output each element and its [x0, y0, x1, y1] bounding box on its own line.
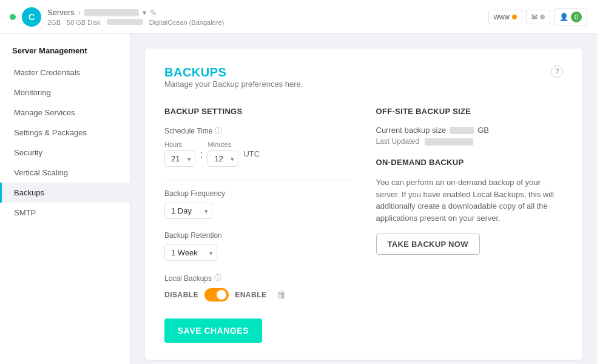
mail-nav-badge[interactable]: ✉	[526, 10, 550, 24]
backup-settings-label: BACKUP SETTINGS	[164, 107, 352, 116]
server-meta: 2GB 50 GB Disk DigitalOcean (Bangalore)	[47, 19, 224, 26]
www-dot	[512, 15, 517, 19]
two-col-layout: BACKUP SETTINGS Schedule Time ⓘ Hours	[164, 107, 563, 343]
page-title-area: BACKUPS Manage your Backup preferences h…	[164, 66, 303, 103]
sidebar: Server Management Master Credentials Mon…	[0, 34, 130, 364]
backup-frequency-field: Backup Frequency 1 Day2 Days3 DaysWeekly	[164, 189, 352, 219]
schedule-time-field: Schedule Time ⓘ Hours 012345678910111213…	[164, 126, 352, 167]
mail-icon: ✉	[531, 13, 538, 21]
on-demand-backup-label: ON-DEMAND BACKUP	[376, 158, 564, 167]
save-changes-button[interactable]: SAVE CHANGES	[164, 318, 262, 343]
take-backup-now-button[interactable]: TAKE BACKUP NOW	[376, 234, 480, 255]
trash-icon[interactable]: 🗑	[277, 289, 286, 300]
backup-retention-field: Backup Retention 1 Week2 Weeks1 Month	[164, 231, 352, 261]
help-icon[interactable]: ?	[551, 66, 563, 78]
schedule-time-label: Schedule Time ⓘ	[164, 126, 352, 136]
utc-label: UTC	[243, 149, 260, 158]
www-label: www	[494, 13, 510, 21]
server-info: Servers › ▾ ✎ 2GB 50 GB Disk DigitalOcea…	[47, 8, 224, 26]
offsite-backup-col: OFF-SITE BACKUP SIZE Current backup size…	[376, 107, 564, 343]
breadcrumb-dropdown-icon[interactable]: ▾	[143, 8, 146, 17]
hours-select[interactable]: 01234567891011121314151617181920212223	[164, 150, 195, 167]
topnav-right: www ✉ 👤 0	[488, 8, 587, 25]
server-ram: 2GB	[47, 19, 61, 26]
minutes-select[interactable]: 0001020304050607080910111213141516171819…	[207, 150, 238, 167]
toggle-slider	[204, 288, 229, 302]
backup-retention-select-wrap: 1 Week2 Weeks1 Month	[164, 244, 217, 261]
sidebar-item-backups[interactable]: Backups	[0, 183, 130, 203]
logo: C	[22, 7, 41, 27]
sidebar-item-settings-packages[interactable]: Settings & Packages	[0, 123, 130, 143]
user-nav-badge[interactable]: 👤 0	[554, 8, 587, 25]
last-updated-value	[425, 138, 473, 146]
schedule-time-info-icon: ⓘ	[215, 126, 222, 136]
server-provider: DigitalOcean (Bangalore)	[149, 19, 224, 26]
disable-label: DISABLE	[164, 291, 198, 299]
last-updated-label: Last Updated	[376, 137, 419, 146]
server-disk: 50 GB Disk	[67, 19, 101, 26]
sidebar-item-monitoring[interactable]: Monitoring	[0, 83, 130, 103]
minutes-col: Minutes 00010203040506070809101112131415…	[207, 141, 238, 167]
local-backups-toggle[interactable]	[204, 288, 229, 302]
backup-frequency-label: Backup Frequency	[164, 189, 352, 198]
last-updated-row: Last Updated	[376, 137, 564, 146]
current-size-prefix: Current backup size	[376, 126, 447, 135]
user-count-badge: 0	[571, 12, 582, 22]
hours-label: Hours	[164, 141, 195, 148]
minutes-label: Minutes	[207, 141, 238, 148]
hours-col: Hours 0123456789101112131415161718192021…	[164, 141, 195, 167]
sidebar-section-title: Server Management	[0, 46, 130, 62]
topnav-left: C Servers › ▾ ✎ 2GB 50 GB Disk DigitalOc…	[10, 7, 224, 27]
sidebar-item-master-credentials[interactable]: Master Credentials	[0, 62, 130, 83]
local-backups-info-icon: ⓘ	[214, 273, 221, 283]
layout: Server Management Master Credentials Mon…	[0, 34, 597, 364]
www-nav-badge[interactable]: www	[488, 10, 522, 24]
backups-card: BACKUPS Manage your Backup preferences h…	[145, 49, 582, 360]
backup-size-row: Current backup size GB	[376, 126, 564, 135]
breadcrumb-servers[interactable]: Servers	[47, 8, 75, 17]
main-content: BACKUPS Manage your Backup preferences h…	[130, 34, 597, 364]
local-backups-field: Local Backups ⓘ DISABLE ENABLE 🗑	[164, 273, 352, 302]
breadcrumb-separator: ›	[78, 8, 81, 17]
time-row: Hours 0123456789101112131415161718192021…	[164, 141, 352, 167]
backup-frequency-select[interactable]: 1 Day2 Days3 DaysWeekly	[164, 203, 212, 219]
user-icon: 👤	[559, 13, 568, 21]
local-backups-label: Local Backups ⓘ	[164, 273, 352, 283]
breadcrumb-server-name	[84, 9, 139, 16]
page-title: BACKUPS	[164, 66, 303, 79]
backup-retention-label: Backup Retention	[164, 231, 352, 240]
backup-retention-select[interactable]: 1 Week2 Weeks1 Month	[164, 244, 217, 261]
enable-label: ENABLE	[235, 291, 266, 299]
hours-select-wrap: 01234567891011121314151617181920212223	[164, 150, 195, 167]
offsite-backup-label: OFF-SITE BACKUP SIZE	[376, 107, 564, 116]
current-size-suffix: GB	[477, 126, 489, 135]
breadcrumb: Servers › ▾ ✎	[47, 8, 224, 18]
status-dot	[10, 14, 16, 20]
topnav: C Servers › ▾ ✎ 2GB 50 GB Disk DigitalOc…	[0, 0, 597, 34]
mail-dot	[540, 15, 545, 19]
edit-server-icon[interactable]: ✎	[150, 8, 157, 18]
on-demand-backup-desc: You can perform an on-demand backup of y…	[376, 177, 564, 224]
backup-settings-col: BACKUP SETTINGS Schedule Time ⓘ Hours	[164, 107, 352, 343]
sidebar-item-manage-services[interactable]: Manage Services	[0, 103, 130, 123]
sidebar-item-vertical-scaling[interactable]: Vertical Scaling	[0, 163, 130, 183]
page-header: BACKUPS Manage your Backup preferences h…	[164, 66, 563, 103]
time-colon: :	[200, 149, 203, 160]
backup-frequency-select-wrap: 1 Day2 Days3 DaysWeekly	[164, 203, 212, 219]
page-subtitle: Manage your Backup preferences here.	[164, 79, 303, 89]
toggle-row: DISABLE ENABLE 🗑	[164, 288, 352, 302]
sidebar-item-smtp[interactable]: SMTP	[0, 203, 130, 223]
current-size-value	[450, 127, 474, 134]
server-ip	[107, 19, 143, 25]
sidebar-item-security[interactable]: Security	[0, 143, 130, 163]
minutes-select-wrap: 0001020304050607080910111213141516171819…	[207, 150, 238, 167]
